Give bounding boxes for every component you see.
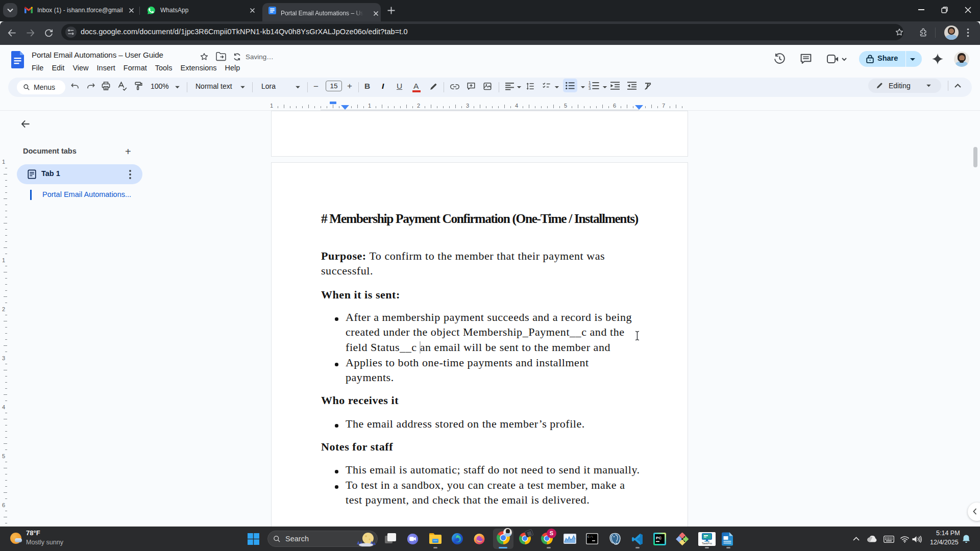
- svg-text:C:\: C:\: [587, 535, 593, 539]
- svg-text:PC: PC: [656, 536, 662, 540]
